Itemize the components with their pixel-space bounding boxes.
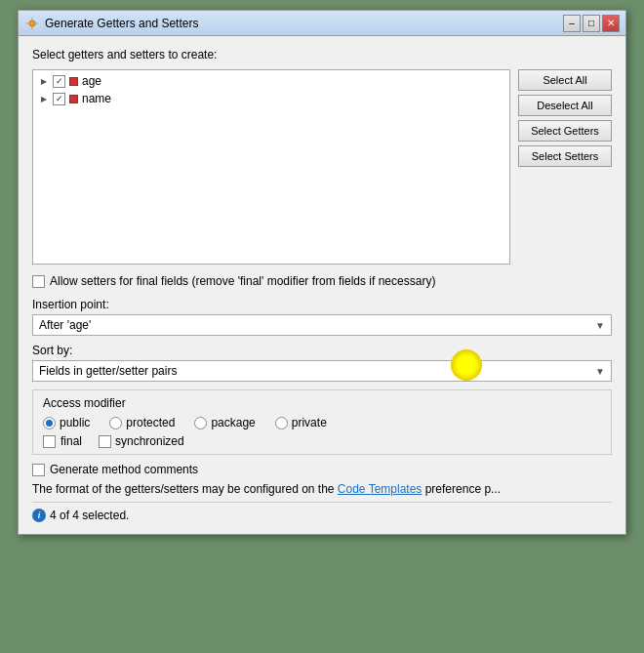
separator [32,502,612,503]
configure-text-row: The format of the getters/setters may be… [32,482,612,496]
radio-row: public protected package private [43,416,601,429]
radio-protected[interactable]: protected [109,416,175,429]
generate-comments-row: Generate method comments [32,463,612,476]
status-text: 4 of 4 selected. [50,509,129,522]
configure-prefix: The format of the getters/setters may be… [32,482,335,496]
select-all-button[interactable]: Select All [518,69,612,91]
title-bar-left: Generate Getters and Setters [24,16,198,31]
type-icon-age [69,77,78,86]
svg-point-0 [29,20,35,26]
insertion-point-row: Insertion point: After 'age' ▼ [32,298,612,336]
code-templates-link[interactable]: Code Templates [338,482,423,496]
sort-by-dropdown[interactable]: Fields in getter/setter pairs ▼ [32,360,612,382]
buttons-column: Select All Deselect All Select Getters S… [518,69,612,265]
access-modifier-title: Access modifier [43,396,601,410]
item-checkbox-name[interactable] [53,93,65,105]
radio-package-circle[interactable] [194,417,207,429]
radio-private[interactable]: private [275,416,327,429]
sort-by-value: Fields in getter/setter pairs [39,364,177,378]
radio-protected-label: protected [126,416,175,429]
insertion-point-value: After 'age' [39,318,91,332]
final-checkbox[interactable] [43,435,56,448]
modifier-checkboxes-row: final synchronized [43,434,601,448]
insertion-point-dropdown[interactable]: After 'age' ▼ [32,314,612,336]
insertion-point-label: Insertion point: [32,298,612,311]
info-icon: i [32,509,46,522]
minimize-button[interactable]: – [563,15,581,32]
item-checkbox-age[interactable] [53,75,65,88]
title-bar: Generate Getters and Setters – □ ✕ [19,11,625,36]
title-text: Generate Getters and Setters [45,17,198,30]
list-container: ▶ age ▶ name Select All Deselect All Sel… [32,69,612,265]
radio-private-label: private [292,416,327,429]
dropdown-arrow: ▼ [595,320,605,331]
section-label: Select getters and setters to create: [32,48,612,61]
final-label: final [60,434,82,448]
configure-suffix: preference p... [425,482,501,496]
select-setters-button[interactable]: Select Setters [518,145,612,167]
radio-package[interactable]: package [194,416,255,429]
select-getters-button[interactable]: Select Getters [518,120,612,142]
close-button[interactable]: ✕ [602,15,620,32]
status-row: i 4 of 4 selected. [32,509,612,522]
radio-public[interactable]: public [43,416,90,429]
sort-by-label: Sort by: [32,344,612,357]
synchronized-checkbox[interactable] [99,435,111,448]
generate-comments-checkbox[interactable] [32,464,45,476]
expand-arrow: ▶ [39,76,49,86]
allow-setters-checkbox[interactable] [32,275,45,288]
list-item[interactable]: ▶ age [35,72,507,90]
list-box[interactable]: ▶ age ▶ name [32,69,510,265]
expand-arrow: ▶ [39,94,49,103]
synchronized-label: synchronized [115,434,184,448]
radio-protected-circle[interactable] [109,417,122,429]
radio-public-label: public [60,416,90,429]
gear-icon [24,16,40,31]
radio-package-label: package [211,416,255,429]
radio-private-circle[interactable] [275,417,288,429]
list-item[interactable]: ▶ name [35,90,507,107]
generate-comments-label: Generate method comments [50,463,198,476]
allow-setters-label: Allow setters for final fields (remove '… [50,274,435,288]
dialog-content: Select getters and setters to create: ▶ … [19,36,625,534]
item-label-name: name [82,92,111,105]
sort-by-row: Sort by: Fields in getter/setter pairs ▼ [32,344,612,382]
dropdown-arrow2: ▼ [595,366,605,377]
access-modifier-section: Access modifier public protected package… [32,389,612,455]
type-icon-name [69,95,78,103]
allow-setters-row: Allow setters for final fields (remove '… [32,274,612,288]
maximize-button[interactable]: □ [583,15,600,32]
item-label-age: age [82,74,101,88]
title-controls: – □ ✕ [563,15,620,32]
radio-public-circle[interactable] [43,417,56,429]
dialog-window: Generate Getters and Setters – □ ✕ Selec… [18,10,626,535]
deselect-all-button[interactable]: Deselect All [518,95,612,116]
